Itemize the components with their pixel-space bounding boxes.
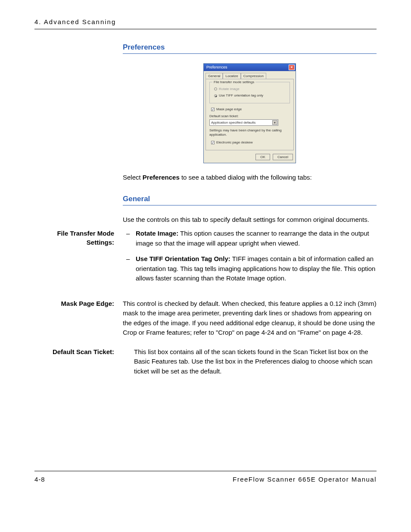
manual-title: FreeFlow Scanner 665E Operator Manual xyxy=(233,475,377,484)
electronic-deskew-label: Electronic page deskew xyxy=(216,140,253,144)
checkbox-electronic-deskew[interactable]: ✓Electronic page deskew xyxy=(211,140,290,145)
radio-icon xyxy=(214,94,217,97)
page-number: 4-8 xyxy=(34,475,45,484)
dialog-panel: File transfer mode settings Rotate image… xyxy=(206,79,294,150)
preferences-dialog: Preferences × General Localize Compressi… xyxy=(203,63,296,164)
page-header: 4. Advanced Scanning xyxy=(34,17,377,29)
rotate-image-bold: Rotate Image: xyxy=(136,230,178,237)
chevron-down-icon: ▾ xyxy=(272,120,277,125)
dialog-titlebar: Preferences × xyxy=(204,64,296,71)
tab-general[interactable]: General xyxy=(206,73,223,79)
text: to see a tabbed dialog with the followin… xyxy=(180,174,312,181)
row-default-scan-ticket: Default Scan Ticket: This list box conta… xyxy=(123,347,377,376)
fieldset-legend: File transfer mode settings xyxy=(212,80,255,84)
settings-changed-hint: Settings may have been changed by the ca… xyxy=(209,128,290,137)
radio-icon xyxy=(214,87,217,90)
default-scan-ticket-combo[interactable]: Application specified defaults ▾ xyxy=(209,119,278,126)
checkbox-icon: ✓ xyxy=(211,141,215,144)
select-preferences-text: Select Preferences to see a tabbed dialo… xyxy=(123,173,377,183)
cancel-button[interactable]: Cancel xyxy=(273,154,293,160)
body-mask-page-edge: This control is checked by default. When… xyxy=(123,299,377,338)
heading-preferences: Preferences xyxy=(123,42,377,54)
row-file-transfer-mode: File Transfer Mode Settings: Rotate Imag… xyxy=(123,229,377,289)
label-default-scan-ticket: Default Scan Ticket: xyxy=(34,347,123,376)
label-file-transfer-mode: File Transfer Mode Settings: xyxy=(34,229,123,289)
text-bold: Preferences xyxy=(143,174,180,181)
checkbox-icon: ✓ xyxy=(211,108,215,111)
combo-value: Application specified defaults xyxy=(211,120,255,125)
close-icon[interactable]: × xyxy=(289,65,295,70)
general-intro-text: Use the controls on this tab to specify … xyxy=(123,215,377,225)
tab-localize[interactable]: Localize xyxy=(223,73,240,79)
dialog-title: Preferences xyxy=(206,65,227,70)
tab-compression[interactable]: Compression xyxy=(241,73,266,79)
default-scan-ticket-label: Default scan ticket: xyxy=(209,114,290,118)
dialog-tabs: General Localize Compression xyxy=(204,71,296,79)
text: Select xyxy=(123,174,143,181)
heading-general: General xyxy=(123,194,377,205)
radio-use-tiff[interactable]: Use TIFF orientation tag only xyxy=(214,93,287,98)
body-default-scan-ticket: This list box contains all of the scan t… xyxy=(123,347,377,376)
page-footer: 4-8 FreeFlow Scanner 665E Operator Manua… xyxy=(34,471,377,484)
list-item-rotate-image: Rotate Image: This option causes the sca… xyxy=(123,229,377,248)
ok-button[interactable]: OK xyxy=(255,154,270,160)
checkbox-mask-page-edge[interactable]: ✓Mask page edge xyxy=(211,107,290,112)
list-item-tiff-tag: Use TIFF Orientation Tag Only: TIFF imag… xyxy=(123,254,377,283)
mask-page-edge-label: Mask page edge xyxy=(216,107,242,111)
dialog-button-row: OK Cancel xyxy=(204,152,296,163)
file-transfer-mode-fieldset: File transfer mode settings Rotate image… xyxy=(209,82,290,103)
radio-rotate-label: Rotate image xyxy=(219,87,240,91)
tiff-tag-bold: Use TIFF Orientation Tag Only: xyxy=(136,255,230,262)
label-mask-page-edge: Mask Page Edge: xyxy=(34,299,123,338)
body-file-transfer-mode: Rotate Image: This option causes the sca… xyxy=(123,229,377,289)
radio-rotate-image[interactable]: Rotate image xyxy=(214,87,287,91)
radio-tiff-label: Use TIFF orientation tag only xyxy=(219,93,263,97)
row-mask-page-edge: Mask Page Edge: This control is checked … xyxy=(123,299,377,338)
dialog-screenshot: Preferences × General Localize Compressi… xyxy=(123,63,377,164)
